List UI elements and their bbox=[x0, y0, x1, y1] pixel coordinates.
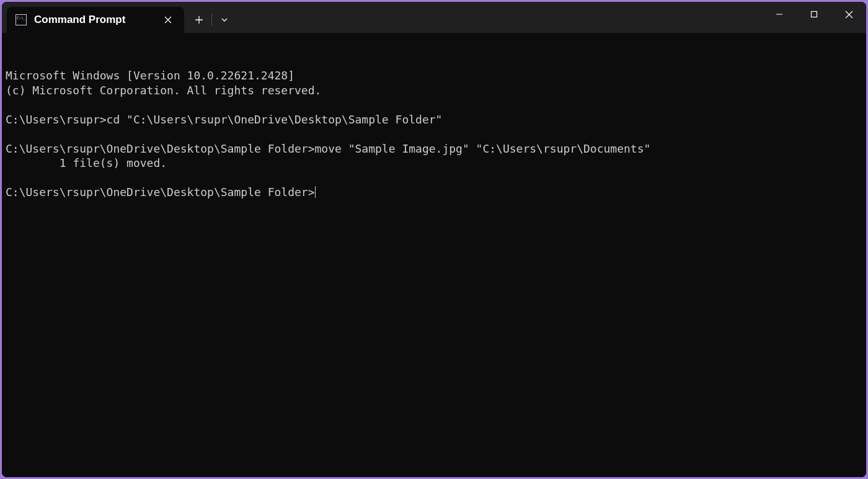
close-icon bbox=[845, 11, 853, 19]
close-window-button[interactable] bbox=[831, 2, 866, 27]
tab-title: Command Prompt bbox=[34, 14, 156, 26]
terminal-line: (c) Microsoft Corporation. All rights re… bbox=[6, 83, 862, 98]
plus-icon bbox=[195, 16, 203, 24]
chevron-down-icon bbox=[221, 16, 228, 24]
new-tab-button[interactable] bbox=[187, 7, 211, 33]
terminal-line: C:\Users\rsupr\OneDrive\Desktop\Sample F… bbox=[6, 141, 862, 156]
terminal-line bbox=[6, 171, 862, 186]
terminal-line bbox=[6, 97, 862, 112]
cmd-icon bbox=[16, 14, 27, 25]
minimize-icon bbox=[776, 11, 783, 18]
terminal-line: C:\Users\rsupr\OneDrive\Desktop\Sample F… bbox=[6, 185, 862, 200]
terminal-line: Microsoft Windows [Version 10.0.22621.24… bbox=[6, 68, 862, 83]
close-icon bbox=[164, 16, 172, 24]
title-bar: Command Prompt bbox=[2, 2, 866, 33]
tab-dropdown-button[interactable] bbox=[212, 7, 237, 33]
minimize-button[interactable] bbox=[762, 2, 797, 27]
tab-command-prompt[interactable]: Command Prompt bbox=[7, 7, 184, 33]
cursor bbox=[315, 186, 316, 198]
terminal-window: Command Prompt bbox=[2, 2, 866, 477]
tab-strip: Command Prompt bbox=[2, 2, 762, 33]
maximize-button[interactable] bbox=[797, 2, 831, 27]
terminal-line bbox=[6, 127, 862, 141]
window-controls bbox=[762, 2, 866, 33]
terminal-line: 1 file(s) moved. bbox=[6, 156, 862, 171]
svg-rect-0 bbox=[812, 12, 817, 17]
close-tab-button[interactable] bbox=[161, 12, 175, 27]
tab-actions bbox=[187, 7, 237, 33]
terminal-line: C:\Users\rsupr>cd "C:\Users\rsupr\OneDri… bbox=[6, 112, 862, 127]
terminal-output[interactable]: Microsoft Windows [Version 10.0.22621.24… bbox=[2, 33, 866, 477]
maximize-icon bbox=[810, 11, 818, 18]
